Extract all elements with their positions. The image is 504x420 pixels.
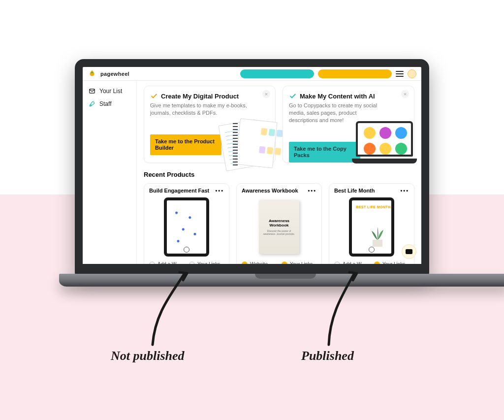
close-icon[interactable]: × [262,90,270,98]
meta-website[interactable]: Website [242,261,277,264]
meta-add-website[interactable]: Add a W... [334,261,369,264]
sidebar: Your List Staff [83,81,137,264]
meta-your-links[interactable]: Your Links [189,261,224,264]
card-make-content: × Make My Content with AI Go to Copypack… [283,86,414,163]
logo-icon [88,69,96,78]
app-body: Your List Staff × [83,81,421,264]
product-title: Build Engagement Fast [149,188,209,194]
plant-icon [368,225,387,248]
check-icon [150,92,158,100]
cta-copy-packs[interactable]: Take me to the Copy Packs [289,142,360,162]
topbar-cta-1[interactable] [240,69,314,78]
svg-rect-1 [373,240,382,247]
close-icon[interactable]: × [401,90,409,98]
product-title: Best Life Month [334,188,375,194]
annotation-published: Published [301,349,354,363]
laptop-mockup: pagewheel Your List [59,59,445,287]
avatar[interactable] [408,69,416,78]
logo-text: pagewheel [100,71,129,77]
card-title: Make My Content with AI [289,92,408,100]
mini-laptop-illustration [352,121,417,165]
help-widget[interactable] [402,244,416,259]
annotation-not-published: Not published [111,349,185,363]
cta-product-builder[interactable]: Take me to the Product Builder [150,134,221,155]
card-body: Go to Copypacks to create my social medi… [289,102,386,124]
meta-add-website[interactable]: Add a W... [149,261,184,264]
menu-icon[interactable] [396,71,404,77]
notebook-illustration [220,120,279,169]
product-thumbnail[interactable]: Awareness Workbook Discover the power of… [242,196,316,258]
product-list: Build Engagement Fast ••• Add a W... You… [144,183,414,264]
card-create-product: × Create My Digital Product Give me temp… [144,86,276,163]
product-thumbnail[interactable]: BEST LIFE MONTH [334,196,409,258]
product-card: Awareness Workbook ••• Awareness Workboo… [236,183,322,264]
topbar: pagewheel [83,67,421,81]
topbar-cta-2[interactable] [318,69,392,78]
more-icon[interactable]: ••• [400,188,409,194]
app-root: pagewheel Your List [83,67,421,264]
laptop-screen: pagewheel Your List [75,59,429,276]
main: × Create My Digital Product Give me temp… [137,81,421,264]
check-icon [289,92,297,100]
mail-icon [89,88,95,95]
card-body: Give me templates to make my e-books, jo… [150,102,248,117]
laptop-base [59,274,504,287]
sidebar-item-label: Your List [99,88,122,95]
sidebar-item-label: Staff [99,100,111,107]
section-recent-title: Recent Products [144,171,414,178]
product-card: Build Engagement Fast ••• Add a W... You… [144,183,229,264]
product-title: Awareness Workbook [242,188,298,194]
more-icon[interactable]: ••• [215,188,224,194]
card-title: Create My Digital Product [150,92,269,100]
sidebar-item-staff[interactable]: Staff [83,97,136,110]
meta-your-links[interactable]: Your Links [374,261,409,264]
product-thumbnail[interactable] [149,196,224,258]
sidebar-item-your-list[interactable]: Your List [83,85,136,97]
onboarding-cards: × Create My Digital Product Give me temp… [144,86,414,163]
rocket-icon [89,100,95,107]
more-icon[interactable]: ••• [308,188,316,194]
meta-your-links[interactable]: Your Links [282,261,316,264]
